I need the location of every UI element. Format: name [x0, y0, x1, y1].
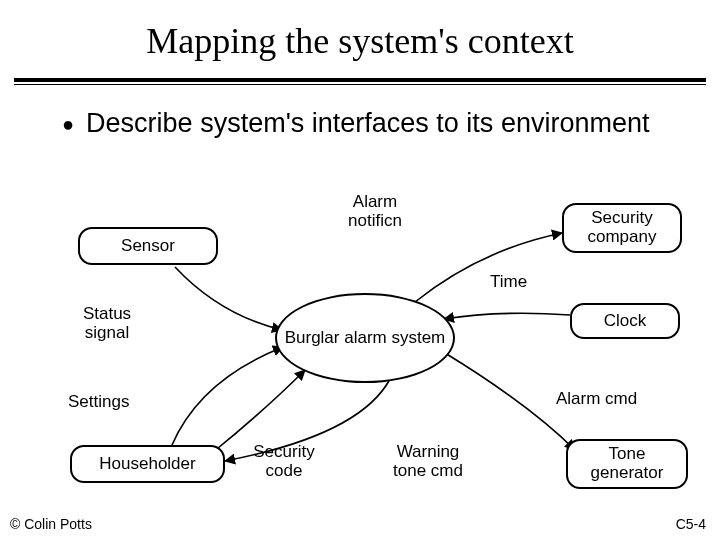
bullet-text: Describe system's interfaces to its envi… — [86, 107, 649, 139]
node-sensor: Sensor — [78, 227, 218, 265]
node-security-company: Security company — [562, 203, 682, 253]
context-diagram: Sensor Security company Clock Tone gener… — [0, 195, 720, 495]
node-householder: Householder — [70, 445, 225, 483]
divider — [0, 78, 720, 85]
label-settings: Settings — [68, 393, 129, 412]
footer-page-number: C5-4 — [676, 516, 706, 532]
node-clock: Clock — [570, 303, 680, 339]
label-status-signal: Status signal — [72, 305, 142, 342]
bullet-icon: ● — [62, 112, 74, 136]
footer-copyright: © Colin Potts — [10, 516, 92, 532]
node-center-system: Burglar alarm system — [275, 293, 455, 383]
label-warning-tone-cmd: Warning tone cmd — [378, 443, 478, 480]
bullet-item: ● Describe system's interfaces to its en… — [0, 103, 720, 149]
page-title: Mapping the system's context — [0, 0, 720, 72]
label-security-code: Security code — [244, 443, 324, 480]
label-alarm-notificn: Alarm notificn — [330, 193, 420, 230]
node-tone-generator: Tone generator — [566, 439, 688, 489]
label-alarm-cmd: Alarm cmd — [556, 390, 637, 409]
label-time: Time — [490, 273, 527, 292]
